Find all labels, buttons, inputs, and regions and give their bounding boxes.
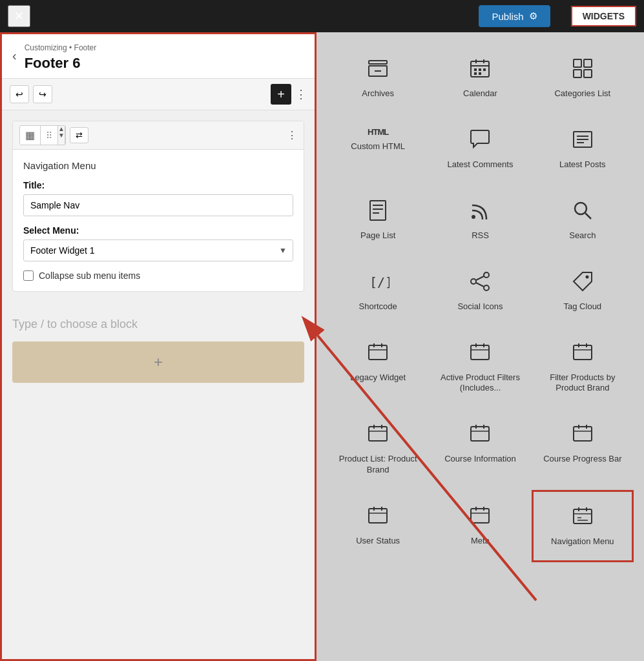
widget-card-toolbar: ▦ ⠿ ▲ ▼ ⇄ ⋮ xyxy=(13,121,304,150)
widget-item-tag-cloud[interactable]: Tag Cloud xyxy=(532,256,634,327)
svg-rect-58 xyxy=(369,509,387,523)
social-icons-icon xyxy=(468,270,492,296)
svg-rect-62 xyxy=(471,509,489,523)
widget-item-categories-list[interactable]: Categories List xyxy=(532,43,634,114)
left-panel: ‹ Customizing • Footer Footer 6 ↩ ↪ + ⋮ xyxy=(0,32,317,661)
page-list-icon xyxy=(366,199,390,225)
widgets-tab[interactable]: WIDGETS xyxy=(571,6,636,26)
svg-rect-54 xyxy=(574,427,592,441)
checkbox-row: Collapse sub menu items xyxy=(23,270,293,281)
svg-point-28 xyxy=(484,272,489,278)
select-menu-wrapper: Footer Widget 1 Footer Widget 2 Main Men… xyxy=(23,239,293,261)
add-block-button[interactable]: + xyxy=(12,341,304,383)
course-information-icon xyxy=(468,422,492,449)
panel-title: Footer 6 xyxy=(25,55,97,72)
more-options-button[interactable]: ⋮ xyxy=(295,87,307,101)
type-placeholder-text: Type / to choose a block xyxy=(12,318,138,330)
widget-body: Navigation Menu Title: Select Menu: Foot… xyxy=(13,150,304,291)
widget-item-search[interactable]: Search xyxy=(532,185,634,256)
product-list-brand-icon xyxy=(366,422,390,449)
search-icon xyxy=(571,199,594,225)
categories-list-label: Categories List xyxy=(554,88,610,99)
navigation-menu-label: Navigation Menu xyxy=(551,536,614,547)
course-progress-bar-label: Course Progress Bar xyxy=(543,454,621,465)
widget-title-label: Navigation Menu xyxy=(23,160,293,171)
close-button[interactable]: ✕ xyxy=(8,5,30,27)
svg-point-24 xyxy=(472,215,475,219)
widget-item-custom-html[interactable]: HTML Custom HTML xyxy=(327,114,429,185)
rss-label: RSS xyxy=(472,230,489,241)
widget-item-user-status[interactable]: User Status xyxy=(327,490,429,562)
add-button[interactable]: + xyxy=(271,84,291,105)
right-panel: Archives xyxy=(317,32,644,661)
widget-item-navigation-menu[interactable]: Navigation Menu xyxy=(532,490,634,562)
widget-item-latest-posts[interactable]: Latest Posts xyxy=(532,114,634,185)
widget-item-social-icons[interactable]: Social Icons xyxy=(429,256,531,327)
widget-item-calendar[interactable]: Calendar xyxy=(429,43,531,114)
select-menu-dropdown[interactable]: Footer Widget 1 Footer Widget 2 Main Men… xyxy=(23,239,293,261)
svg-rect-12 xyxy=(574,59,581,67)
calendar-label: Calendar xyxy=(463,88,497,99)
page-list-label: Page List xyxy=(360,230,395,241)
svg-point-33 xyxy=(585,275,588,278)
widget-calendar-icon[interactable]: ▦ xyxy=(20,126,41,145)
svg-rect-66 xyxy=(574,509,592,524)
archives-icon xyxy=(366,57,390,83)
svg-rect-15 xyxy=(584,70,592,77)
widget-item-archives[interactable]: Archives xyxy=(327,43,429,114)
collapse-submenu-checkbox[interactable] xyxy=(23,270,34,281)
rss-icon xyxy=(468,199,492,225)
navigation-menu-widget-card: ▦ ⠿ ▲ ▼ ⇄ ⋮ Navigation Menu Title: xyxy=(12,121,304,292)
widget-more-options-button[interactable]: ⋮ xyxy=(287,129,297,141)
legacy-widget-label: Legacy Widget xyxy=(350,372,406,383)
svg-rect-46 xyxy=(369,427,387,441)
latest-comments-label: Latest Comments xyxy=(448,159,514,170)
svg-rect-50 xyxy=(471,427,489,441)
undo-button[interactable]: ↩ xyxy=(10,85,29,103)
filter-products-by-brand-icon xyxy=(571,341,594,367)
widget-item-filter-products-by-brand[interactable]: Filter Products by Product Brand xyxy=(532,327,634,409)
svg-rect-7 xyxy=(474,68,477,71)
widget-item-latest-comments[interactable]: Latest Comments xyxy=(429,114,531,185)
tag-cloud-icon xyxy=(571,270,594,296)
publish-label: Publish xyxy=(492,11,523,22)
title-input[interactable] xyxy=(23,194,293,216)
redo-button[interactable]: ↪ xyxy=(33,85,52,103)
drag-handle-icon[interactable]: ⠿ xyxy=(41,126,58,145)
gear-icon: ⚙ xyxy=(529,10,537,22)
panel-header: ‹ Customizing • Footer Footer 6 xyxy=(2,34,315,79)
latest-posts-icon xyxy=(571,128,594,154)
svg-line-32 xyxy=(476,283,484,287)
widget-item-rss[interactable]: RSS xyxy=(429,185,531,256)
svg-rect-11 xyxy=(479,72,481,75)
move-down-button[interactable]: ▼ xyxy=(58,132,65,139)
tag-cloud-label: Tag Cloud xyxy=(564,301,602,312)
svg-rect-20 xyxy=(370,201,386,220)
navigation-menu-icon xyxy=(571,505,594,531)
widget-item-active-product-filters[interactable]: Active Product Filters (Includes... xyxy=(429,327,531,409)
widget-item-product-list-brand[interactable]: Product List: Product Brand xyxy=(327,408,429,490)
svg-rect-38 xyxy=(471,345,489,360)
svg-rect-42 xyxy=(574,345,592,360)
svg-rect-0 xyxy=(369,61,387,64)
publish-button[interactable]: Publish ⚙ xyxy=(479,5,550,27)
widget-item-page-list[interactable]: Page List xyxy=(327,185,429,256)
top-bar: ✕ Publish ⚙ WIDGETS xyxy=(0,0,644,32)
active-product-filters-label: Active Product Filters (Includes... xyxy=(437,372,523,394)
course-progress-bar-icon xyxy=(571,422,594,449)
widget-item-shortcode[interactable]: [/] Shortcode xyxy=(327,256,429,327)
latest-posts-label: Latest Posts xyxy=(559,159,606,170)
transform-button[interactable]: ⇄ xyxy=(70,127,88,143)
widget-item-course-information[interactable]: Course Information xyxy=(429,408,531,490)
widget-item-meta[interactable]: Meta xyxy=(429,490,531,562)
svg-point-29 xyxy=(471,279,476,284)
back-arrow-icon[interactable]: ‹ xyxy=(12,48,17,63)
svg-rect-10 xyxy=(474,72,477,75)
svg-rect-9 xyxy=(483,68,486,71)
svg-point-30 xyxy=(484,285,489,290)
widget-item-course-progress-bar[interactable]: Course Progress Bar xyxy=(532,408,634,490)
title-field-label: Title: xyxy=(23,180,293,190)
main-layout: ‹ Customizing • Footer Footer 6 ↩ ↪ + ⋮ xyxy=(0,32,644,661)
widget-item-legacy-widget[interactable]: Legacy Widget xyxy=(327,327,429,409)
archives-label: Archives xyxy=(362,88,394,99)
